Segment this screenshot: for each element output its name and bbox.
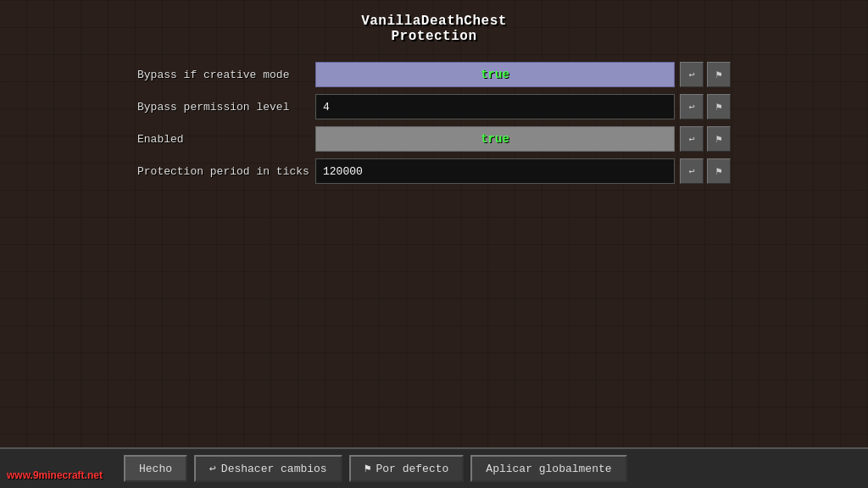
title-sub: Protection	[361, 29, 507, 44]
default-btn-bypass-permission[interactable]: ⚑	[707, 94, 731, 119]
value-enabled: true	[481, 132, 509, 146]
input-protection-period[interactable]: 120000	[315, 158, 675, 184]
reset-btn-enabled[interactable]: ↩	[680, 126, 704, 152]
reset-icon-3: ↩	[688, 133, 694, 146]
reset-btn-bypass-permission[interactable]: ↩	[680, 94, 704, 119]
field-protection-period[interactable]: 120000	[315, 158, 675, 184]
side-buttons-protection-period: ↩ ⚑	[680, 158, 731, 184]
label-bypass-creative: Bypass if creative mode	[137, 69, 315, 81]
value-bypass-permission: 4	[323, 101, 330, 114]
toggle-bypass-creative[interactable]: true	[315, 62, 675, 87]
field-bypass-permission[interactable]: 4	[315, 94, 675, 119]
side-buttons-bypass-creative: ↩ ⚑	[680, 62, 731, 87]
reset-icon-2: ↩	[688, 101, 694, 114]
value-protection-period: 120000	[323, 165, 363, 178]
setting-row-protection-period: Protection period in ticks 120000 ↩ ⚑	[137, 158, 731, 185]
setting-row-bypass-permission: Bypass permission level 4 ↩ ⚑	[137, 93, 731, 120]
side-buttons-enabled: ↩ ⚑	[680, 126, 731, 152]
input-bypass-creative[interactable]: true	[315, 62, 675, 87]
side-buttons-bypass-permission: ↩ ⚑	[680, 94, 731, 119]
input-enabled[interactable]: true	[315, 126, 675, 152]
toggle-enabled[interactable]: true	[315, 126, 675, 152]
default-icon-2: ⚑	[715, 101, 721, 114]
title-main: VanillaDeathChest	[361, 14, 507, 29]
default-icon-3: ⚑	[715, 133, 721, 146]
value-bypass-creative: true	[481, 68, 509, 81]
default-btn-bypass-creative[interactable]: ⚑	[707, 62, 731, 87]
input-bypass-permission[interactable]: 4	[315, 94, 675, 119]
reset-btn-bypass-creative[interactable]: ↩	[680, 62, 704, 87]
label-protection-period: Protection period in ticks	[137, 165, 315, 178]
default-btn-enabled[interactable]: ⚑	[707, 126, 731, 152]
setting-row-bypass-creative: Bypass if creative mode true ↩ ⚑	[137, 61, 731, 88]
reset-icon-4: ↩	[688, 165, 694, 178]
reset-btn-protection-period[interactable]: ↩	[680, 158, 704, 184]
reset-icon: ↩	[688, 69, 694, 81]
title-area: VanillaDeathChest Protection	[361, 14, 507, 44]
default-btn-protection-period[interactable]: ⚑	[707, 158, 731, 184]
watermark: www.9minecraft.net	[7, 469, 103, 481]
default-icon-4: ⚑	[715, 165, 721, 178]
setting-row-enabled: Enabled true ↩ ⚑	[137, 125, 731, 152]
default-icon: ⚑	[715, 69, 721, 81]
settings-panel: Bypass if creative mode true ↩ ⚑ Bypass …	[137, 61, 731, 190]
label-bypass-permission: Bypass permission level	[137, 101, 315, 114]
label-enabled: Enabled	[137, 133, 315, 146]
